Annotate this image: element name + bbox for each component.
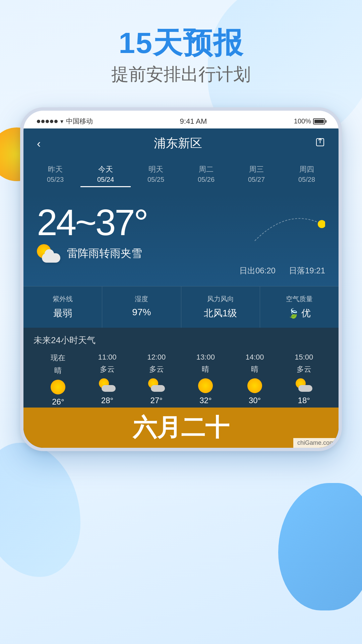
sun-arc <box>251 204 325 244</box>
sunrise-time: 日出06:20 <box>239 265 276 276</box>
svg-point-1 <box>318 220 325 228</box>
hour-icon-4 <box>246 378 263 392</box>
weather-desc-row: 雷阵雨转雨夹雪 <box>37 244 325 263</box>
app-header: ‹ 浦东新区 <box>23 128 339 158</box>
uv-value: 最弱 <box>27 307 99 320</box>
humidity-label: 湿度 <box>106 294 177 304</box>
uv-label: 紫外线 <box>27 294 99 304</box>
wind-label: 风力风向 <box>185 294 256 304</box>
tab-tomorrow[interactable]: 明天 05/25 <box>131 162 181 187</box>
hourly-title: 未来24小时天气 <box>34 334 328 346</box>
wifi-icon: ▾ <box>60 118 63 125</box>
tab-tue[interactable]: 周二 05/26 <box>181 162 231 187</box>
weather-condition: 雷阵雨转雨夹雪 <box>67 246 142 261</box>
phone-frame: ▾ 中国移动 9:41 AM 100% ‹ 浦东新区 <box>20 107 342 451</box>
watermark: chiGame.com <box>293 438 339 448</box>
city-title: 浦东新区 <box>154 135 202 152</box>
metrics-row: 紫外线 最弱 湿度 97% 风力风向 北风1级 空气质量 🍃 优 <box>23 286 339 328</box>
tab-thu[interactable]: 周四 05/28 <box>282 162 332 187</box>
bg-decoration-right <box>278 483 362 610</box>
battery-icon <box>313 118 325 124</box>
humidity-metric: 湿度 97% <box>102 286 181 328</box>
tab-today[interactable]: 今天 05/24 <box>80 162 131 187</box>
status-time: 9:41 AM <box>180 117 207 126</box>
wind-metric: 风力风向 北风1级 <box>181 286 260 328</box>
share-button[interactable] <box>315 137 325 150</box>
humidity-value: 97% <box>106 307 177 318</box>
carrier-label: 中国移动 <box>66 117 93 126</box>
air-metric: 空气质量 🍃 优 <box>260 286 339 328</box>
air-label: 空气质量 <box>263 294 335 304</box>
status-right: 100% <box>294 117 325 125</box>
tab-yesterday[interactable]: 昨天 05/23 <box>30 162 80 187</box>
status-left: ▾ 中国移动 <box>37 117 93 126</box>
bg-decoration-left <box>0 443 80 577</box>
day-tabs: 昨天 05/23 今天 05/24 明天 05/25 周二 05/26 周三 0… <box>23 158 339 194</box>
phone-mockup: ▾ 中国移动 9:41 AM 100% ‹ 浦东新区 <box>20 107 342 451</box>
battery-fill <box>314 120 324 123</box>
uv-metric: 紫外线 最弱 <box>23 286 102 328</box>
promo-section: 15天预报 提前安排出行计划 <box>0 27 362 86</box>
promo-subtitle: 提前安排出行计划 <box>0 63 362 86</box>
hour-icon-1 <box>99 378 116 392</box>
hour-icon-3 <box>197 378 214 392</box>
back-button[interactable]: ‹ <box>37 137 41 150</box>
status-bar: ▾ 中国移动 9:41 AM 100% <box>23 111 339 128</box>
hour-icon-5 <box>296 378 312 392</box>
signal-icon <box>37 120 58 123</box>
weather-icon <box>37 244 60 263</box>
promo-title: 15天预报 <box>0 27 362 59</box>
cloud-part <box>42 253 60 263</box>
battery-percent: 100% <box>294 117 311 125</box>
wind-value: 北风1级 <box>185 307 256 320</box>
calendar-text: 六月二十 <box>133 412 229 444</box>
air-value: 🍃 优 <box>263 307 335 320</box>
tab-wed[interactable]: 周三 05/27 <box>231 162 282 187</box>
weather-main: 24~37° 雷阵雨转雨夹雪 日出06:20 日落19:21 <box>23 194 339 286</box>
share-icon <box>315 137 325 147</box>
hour-icon-2 <box>148 378 165 392</box>
sun-times: 日出06:20 日落19:21 <box>37 265 325 276</box>
bottom-calendar-strip: 六月二十 chiGame.com <box>23 408 339 448</box>
hour-icon-0 <box>50 380 66 393</box>
sunset-time: 日落19:21 <box>289 265 325 276</box>
